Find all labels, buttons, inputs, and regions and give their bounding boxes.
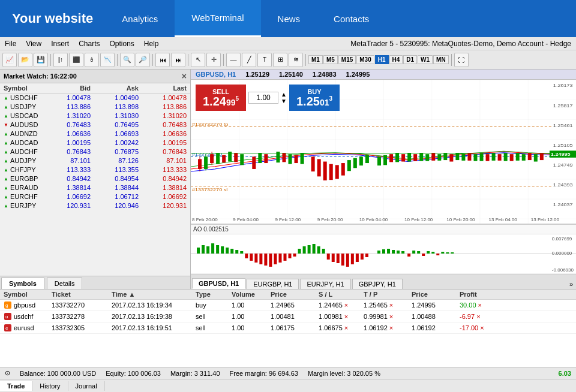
sl-close-1[interactable]: × xyxy=(344,301,348,309)
menu-view[interactable]: View xyxy=(26,40,41,48)
qty-input[interactable] xyxy=(248,92,278,104)
pos-vol-1: 1.00 xyxy=(232,301,271,309)
sym-ask: 0.76495 xyxy=(91,121,139,128)
toolbar-trendline[interactable]: ╱ xyxy=(242,53,256,67)
tf-m1[interactable]: M1 xyxy=(308,55,323,64)
svg-rect-127 xyxy=(407,254,410,257)
toolbar-new-chart[interactable]: 📈 xyxy=(2,53,17,67)
svg-rect-40 xyxy=(347,160,351,171)
menu-insert[interactable]: Insert xyxy=(51,40,69,48)
mw-row-audcad[interactable]: ▲ AUDCAD 1.00195 1.00242 1.00195 xyxy=(0,138,190,147)
toolbar-sep3 xyxy=(152,54,153,66)
tf-h4[interactable]: H4 xyxy=(389,55,403,64)
mw-row-euraud[interactable]: ▲ EURAUD 1.38814 1.38844 1.38814 xyxy=(0,183,190,192)
middle-row: Market Watch: 16:22:00 × Symbol Bid Ask … xyxy=(0,70,576,289)
profit-close-2[interactable]: × xyxy=(476,313,480,320)
nav-news[interactable]: News xyxy=(261,0,317,37)
mw-row-usdcad[interactable]: ▲ USDCAD 1.31020 1.31030 1.31020 xyxy=(0,111,190,120)
tf-d1[interactable]: D1 xyxy=(403,55,417,64)
toolbar-text[interactable]: T xyxy=(257,53,272,67)
mw-row-audusd[interactable]: ▼ AUDUSD 0.76483 0.76495 0.76483 xyxy=(0,120,190,129)
toolbar-zoom-in[interactable]: 🔍 xyxy=(120,53,134,67)
mw-tab-symbols[interactable]: Symbols xyxy=(1,278,44,289)
tp-close-3[interactable]: × xyxy=(389,324,393,331)
btab-journal[interactable]: Journal xyxy=(68,381,105,391)
btab-history[interactable]: History xyxy=(32,381,68,391)
chart-tab-eurgbp[interactable]: EURGBP, H1 xyxy=(247,279,299,289)
chart-tab-eurjpy[interactable]: EURJPY, H1 xyxy=(300,279,350,289)
svg-text:1.25817: 1.25817 xyxy=(553,103,573,108)
tf-h1[interactable]: H1 xyxy=(375,55,389,64)
svg-rect-57 xyxy=(455,153,459,160)
col-pos-curprice: Price xyxy=(412,291,460,298)
toolbar-fullscreen[interactable]: ⛶ xyxy=(454,53,469,67)
toolbar-open[interactable]: 📂 xyxy=(18,53,32,67)
chart-main[interactable]: 1.26173 1.25817 1.25461 1.25105 1.24749 … xyxy=(191,80,576,224)
qty-arrow-up[interactable]: ▲▼ xyxy=(281,91,287,104)
position-row-eurusd[interactable]: e eurusd 133732305 2017.02.13 16:19:51 s… xyxy=(0,322,576,334)
balance-icon: ⊙ xyxy=(5,369,10,377)
toolbar-shapes[interactable]: ⊞ xyxy=(273,53,287,67)
tf-w1[interactable]: W1 xyxy=(418,55,433,64)
chart-tab-more[interactable]: » xyxy=(566,279,576,289)
chart-tab-gbpjpy[interactable]: GBPJPY, H1 xyxy=(352,279,403,289)
menu-help[interactable]: Help xyxy=(144,40,159,48)
toolbar-save[interactable]: 💾 xyxy=(34,53,48,67)
pos-symbol-2: u usdchf xyxy=(4,312,52,321)
position-row-gbpusd[interactable]: g gbpusd 133732270 2017.02.13 16:19:34 b… xyxy=(0,300,576,311)
col-pos-ticket: Ticket xyxy=(52,291,112,298)
toolbar-indicators[interactable]: ≋ xyxy=(289,53,303,67)
svg-rect-67 xyxy=(516,153,520,160)
nav-analytics[interactable]: Analytics xyxy=(105,0,175,37)
tf-mn[interactable]: MN xyxy=(433,55,449,64)
menu-options[interactable]: Options xyxy=(110,40,134,48)
toolbar-history[interactable]: |↑ xyxy=(53,53,68,67)
toolbar-hline[interactable]: — xyxy=(226,53,241,67)
mw-row-audchf[interactable]: ▲ AUDCHF 0.76843 0.76875 0.76843 xyxy=(0,147,190,156)
position-row-usdchf[interactable]: u usdchf 133732278 2017.02.13 16:19:38 s… xyxy=(0,311,576,322)
tp-close-1[interactable]: × xyxy=(389,301,393,309)
profit-close-1[interactable]: × xyxy=(478,301,482,309)
toolbar-bar-chart[interactable]: ⬛ xyxy=(69,53,83,67)
sl-close-2[interactable]: × xyxy=(344,313,348,320)
mw-row-usdchf[interactable]: ▲ USDCHF 1.00478 1.00490 1.00478 xyxy=(0,94,190,102)
mw-row-eurjpy[interactable]: ▲ EURJPY 120.931 120.946 120.931 xyxy=(0,201,190,210)
pos-tp-1: 1.25465 × xyxy=(364,301,412,309)
svg-rect-110 xyxy=(317,246,320,254)
sl-close-3[interactable]: × xyxy=(344,324,348,331)
sell-button[interactable]: SELL 1.24995 xyxy=(196,85,246,111)
nav-webterminal[interactable]: WebTerminal xyxy=(175,0,260,37)
tf-m5[interactable]: M5 xyxy=(323,55,338,64)
sym-bid: 1.06692 xyxy=(43,193,91,200)
tf-m15[interactable]: M15 xyxy=(338,55,356,64)
mw-row-audjpy[interactable]: ▲ AUDJPY 87.101 87.126 87.101 xyxy=(0,156,190,165)
mw-row-usdjpy[interactable]: ▲ USDJPY 113.886 113.898 113.886 xyxy=(0,102,190,111)
toolbar-zoom-out[interactable]: 🔎 xyxy=(136,53,150,67)
menu-file[interactable]: File xyxy=(5,40,16,48)
tf-m30[interactable]: M30 xyxy=(356,55,374,64)
toolbar-scroll-left[interactable]: ⏮ xyxy=(155,53,170,67)
toolbar-line-chart[interactable]: 📉 xyxy=(100,53,115,67)
toolbar-scroll-right[interactable]: ⏭ xyxy=(171,53,185,67)
pos-sl-1: 1.24465 × xyxy=(319,301,364,309)
mw-row-eurgbp[interactable]: ▲ EURGBP 0.84942 0.84954 0.84942 xyxy=(0,174,190,183)
chart-tab-gbpusd[interactable]: GBPUSD, H1 xyxy=(192,278,245,289)
toolbar-candle[interactable]: 🕯 xyxy=(85,53,99,67)
menu-charts[interactable]: Charts xyxy=(79,40,100,48)
buy-button[interactable]: BUY 1.25013 xyxy=(289,85,340,111)
bottom-panel: Symbol Ticket Time ▲ Type Volume Price S… xyxy=(0,289,576,379)
mw-tab-details[interactable]: Details xyxy=(47,278,83,289)
toolbar-cursor[interactable]: ↖ xyxy=(191,53,205,67)
sym-ask: 1.00242 xyxy=(91,139,139,146)
mw-row-audnzd[interactable]: ▲ AUDNZD 1.06636 1.06693 1.06636 xyxy=(0,129,190,138)
btab-trade[interactable]: Trade xyxy=(0,381,32,391)
toolbar-crosshair[interactable]: ✛ xyxy=(206,53,221,67)
profit-close-3[interactable]: × xyxy=(480,324,484,331)
tp-close-2[interactable]: × xyxy=(389,313,393,320)
mw-row-chfjpy[interactable]: ▲ CHFJPY 113.333 113.355 113.333 xyxy=(0,165,190,174)
mw-row-eurchf[interactable]: ▲ EURCHF 1.06692 1.06712 1.06692 xyxy=(0,192,190,201)
market-watch-close[interactable]: × xyxy=(182,71,187,81)
col-pos-profit: Profit xyxy=(460,291,499,298)
svg-rect-85 xyxy=(197,248,200,254)
nav-contacts[interactable]: Contacts xyxy=(317,0,386,37)
